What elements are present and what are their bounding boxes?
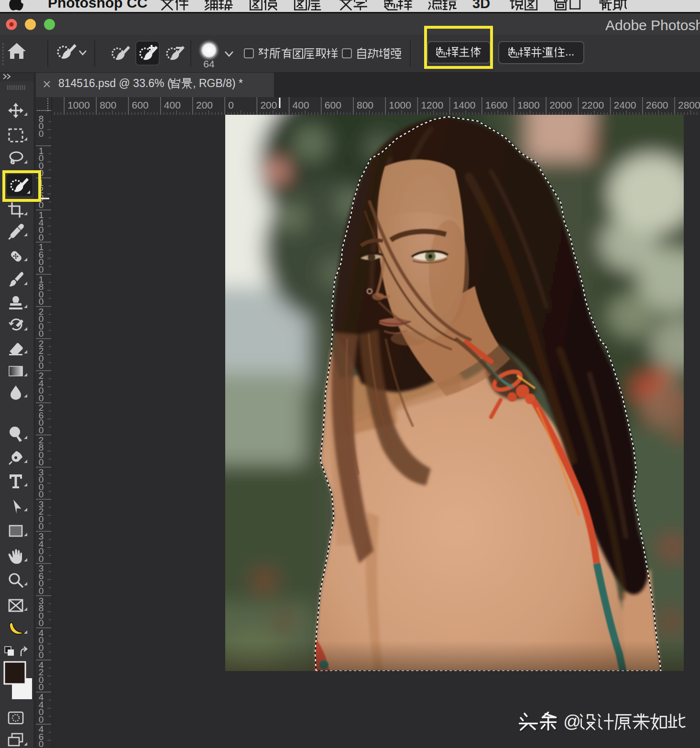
svg-text:200: 200 [196, 99, 213, 110]
svg-text:600: 600 [132, 99, 149, 110]
svg-text:800: 800 [99, 99, 116, 110]
svg-text:0: 0 [39, 618, 44, 628]
svg-text:1400: 1400 [453, 99, 476, 110]
svg-text:1200: 1200 [421, 99, 443, 110]
svg-text:1000: 1000 [67, 99, 90, 110]
svg-text:, RGB/8) *: , RGB/8) * [193, 77, 243, 89]
svg-text:@: @ [563, 712, 581, 731]
svg-text:0: 0 [39, 264, 44, 275]
svg-text:0: 0 [228, 99, 234, 110]
svg-text:3D: 3D [472, 0, 490, 11]
svg-text:1800: 1800 [517, 99, 540, 110]
svg-text:...: ... [565, 45, 574, 58]
svg-text:0: 0 [39, 457, 44, 467]
svg-text:800: 800 [357, 99, 373, 110]
svg-text:400: 400 [293, 99, 309, 110]
svg-text:1000: 1000 [389, 99, 411, 110]
svg-text:0: 0 [39, 393, 44, 403]
svg-text:0: 0 [39, 129, 44, 139]
svg-text:600: 600 [325, 99, 341, 110]
svg-text:1600: 1600 [485, 99, 508, 110]
svg-text:400: 400 [164, 99, 181, 110]
svg-text:0: 0 [39, 682, 44, 692]
svg-text:2000: 2000 [549, 99, 572, 110]
svg-text:0: 0 [39, 586, 44, 596]
svg-text:814516.psd @ 33.6% (: 814516.psd @ 33.6% ( [58, 77, 171, 89]
svg-text:0: 0 [39, 361, 44, 371]
svg-text:0: 0 [39, 489, 44, 499]
svg-text:Adobe Photoshop: Adobe Photoshop [605, 17, 700, 33]
svg-text:2600: 2600 [646, 99, 668, 110]
svg-text:64: 64 [203, 58, 215, 69]
svg-text:2400: 2400 [614, 99, 636, 110]
svg-text:2800: 2800 [678, 99, 700, 110]
svg-text:0: 0 [39, 554, 44, 564]
svg-text:0: 0 [39, 297, 44, 307]
svg-text:200: 200 [260, 99, 277, 110]
svg-text:0: 0 [39, 650, 44, 660]
svg-text:0: 0 [39, 425, 44, 435]
svg-text:Photoshop CC: Photoshop CC [48, 0, 147, 11]
svg-text:0: 0 [39, 521, 44, 531]
svg-text:0: 0 [39, 329, 44, 339]
svg-text:2200: 2200 [581, 99, 604, 110]
svg-text:0: 0 [39, 232, 44, 242]
svg-text:0: 0 [39, 715, 44, 725]
